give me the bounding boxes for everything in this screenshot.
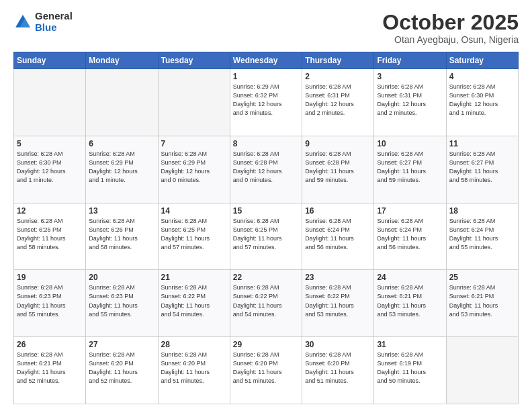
table-row: 13Sunrise: 6:28 AM Sunset: 6:26 PM Dayli… — [86, 203, 158, 270]
day-number: 31 — [377, 340, 443, 349]
table-row: 24Sunrise: 6:28 AM Sunset: 6:21 PM Dayli… — [374, 270, 446, 337]
day-number: 16 — [305, 206, 371, 216]
table-row: 21Sunrise: 6:28 AM Sunset: 6:22 PM Dayli… — [158, 270, 230, 337]
col-tuesday: Tuesday — [158, 52, 230, 69]
table-row: 9Sunrise: 6:28 AM Sunset: 6:28 PM Daylig… — [302, 136, 374, 203]
day-number: 3 — [377, 72, 443, 81]
table-row: 2Sunrise: 6:28 AM Sunset: 6:31 PM Daylig… — [302, 69, 374, 136]
day-number: 6 — [89, 139, 154, 148]
day-info: Sunrise: 6:29 AM Sunset: 6:32 PM Dayligh… — [233, 83, 299, 118]
day-info: Sunrise: 6:28 AM Sunset: 6:23 PM Dayligh… — [89, 283, 154, 318]
weekday-header-row: Sunday Monday Tuesday Wednesday Thursday… — [14, 52, 519, 69]
table-row: 14Sunrise: 6:28 AM Sunset: 6:25 PM Dayli… — [158, 203, 230, 270]
week-row-3: 19Sunrise: 6:28 AM Sunset: 6:23 PM Dayli… — [14, 270, 519, 337]
table-row: 29Sunrise: 6:28 AM Sunset: 6:20 PM Dayli… — [230, 337, 302, 404]
title-block: October 2025 Otan Ayegbaju, Osun, Nigeri… — [382, 11, 519, 45]
table-row: 4Sunrise: 6:28 AM Sunset: 6:30 PM Daylig… — [446, 69, 518, 136]
table-row: 19Sunrise: 6:28 AM Sunset: 6:23 PM Dayli… — [14, 270, 86, 337]
day-info: Sunrise: 6:28 AM Sunset: 6:24 PM Dayligh… — [377, 217, 443, 252]
day-info: Sunrise: 6:28 AM Sunset: 6:25 PM Dayligh… — [161, 217, 227, 252]
day-info: Sunrise: 6:28 AM Sunset: 6:20 PM Dayligh… — [233, 351, 299, 385]
day-info: Sunrise: 6:28 AM Sunset: 6:29 PM Dayligh… — [89, 150, 154, 185]
logo-icon — [13, 13, 32, 32]
table-row: 10Sunrise: 6:28 AM Sunset: 6:27 PM Dayli… — [374, 136, 446, 203]
day-number: 17 — [377, 206, 443, 216]
day-number: 5 — [17, 139, 83, 148]
day-info: Sunrise: 6:28 AM Sunset: 6:22 PM Dayligh… — [233, 283, 299, 318]
day-number: 1 — [233, 72, 299, 81]
day-number: 19 — [17, 273, 83, 282]
day-info: Sunrise: 6:28 AM Sunset: 6:20 PM Dayligh… — [305, 351, 371, 385]
table-row: 18Sunrise: 6:28 AM Sunset: 6:24 PM Dayli… — [446, 203, 518, 270]
day-number: 23 — [305, 273, 371, 282]
table-row: 15Sunrise: 6:28 AM Sunset: 6:25 PM Dayli… — [230, 203, 302, 270]
calendar-table: Sunday Monday Tuesday Wednesday Thursday… — [13, 52, 519, 404]
day-info: Sunrise: 6:28 AM Sunset: 6:22 PM Dayligh… — [161, 283, 227, 318]
day-info: Sunrise: 6:28 AM Sunset: 6:19 PM Dayligh… — [377, 351, 443, 385]
col-saturday: Saturday — [446, 52, 518, 69]
logo-general-text: General — [35, 11, 73, 22]
table-row: 25Sunrise: 6:28 AM Sunset: 6:21 PM Dayli… — [446, 270, 518, 337]
table-row: 27Sunrise: 6:28 AM Sunset: 6:20 PM Dayli… — [86, 337, 158, 404]
logo-text: General Blue — [35, 11, 73, 33]
table-row: 17Sunrise: 6:28 AM Sunset: 6:24 PM Dayli… — [374, 203, 446, 270]
day-info: Sunrise: 6:28 AM Sunset: 6:26 PM Dayligh… — [17, 217, 83, 252]
day-info: Sunrise: 6:28 AM Sunset: 6:23 PM Dayligh… — [17, 283, 83, 318]
day-number: 30 — [305, 340, 371, 349]
table-row: 6Sunrise: 6:28 AM Sunset: 6:29 PM Daylig… — [86, 136, 158, 203]
table-row — [14, 69, 86, 136]
day-info: Sunrise: 6:28 AM Sunset: 6:21 PM Dayligh… — [377, 283, 443, 318]
day-number: 13 — [89, 206, 154, 216]
day-number: 21 — [161, 273, 227, 282]
col-friday: Friday — [374, 52, 446, 69]
day-number: 29 — [233, 340, 299, 349]
header: General Blue October 2025 Otan Ayegbaju,… — [13, 11, 519, 45]
day-number: 12 — [17, 206, 83, 216]
table-row — [86, 69, 158, 136]
col-monday: Monday — [86, 52, 158, 69]
day-number: 25 — [449, 273, 515, 282]
table-row: 30Sunrise: 6:28 AM Sunset: 6:20 PM Dayli… — [302, 337, 374, 404]
day-info: Sunrise: 6:28 AM Sunset: 6:26 PM Dayligh… — [89, 217, 154, 252]
day-number: 20 — [89, 273, 154, 282]
day-number: 4 — [449, 72, 515, 81]
table-row: 1Sunrise: 6:29 AM Sunset: 6:32 PM Daylig… — [230, 69, 302, 136]
day-info: Sunrise: 6:28 AM Sunset: 6:31 PM Dayligh… — [305, 83, 371, 118]
day-info: Sunrise: 6:28 AM Sunset: 6:30 PM Dayligh… — [449, 83, 515, 118]
day-info: Sunrise: 6:28 AM Sunset: 6:30 PM Dayligh… — [17, 150, 83, 185]
day-number: 28 — [161, 340, 227, 349]
day-info: Sunrise: 6:28 AM Sunset: 6:22 PM Dayligh… — [305, 283, 371, 318]
week-row-0: 1Sunrise: 6:29 AM Sunset: 6:32 PM Daylig… — [14, 69, 519, 136]
table-row: 12Sunrise: 6:28 AM Sunset: 6:26 PM Dayli… — [14, 203, 86, 270]
day-number: 11 — [449, 139, 515, 148]
table-row: 28Sunrise: 6:28 AM Sunset: 6:20 PM Dayli… — [158, 337, 230, 404]
table-row: 22Sunrise: 6:28 AM Sunset: 6:22 PM Dayli… — [230, 270, 302, 337]
page: General Blue October 2025 Otan Ayegbaju,… — [0, 0, 532, 411]
day-number: 27 — [89, 340, 154, 349]
col-sunday: Sunday — [14, 52, 86, 69]
table-row — [158, 69, 230, 136]
day-number: 2 — [305, 72, 371, 81]
logo: General Blue — [13, 11, 73, 33]
table-row: 11Sunrise: 6:28 AM Sunset: 6:27 PM Dayli… — [446, 136, 518, 203]
day-number: 14 — [161, 206, 227, 216]
table-row: 26Sunrise: 6:28 AM Sunset: 6:21 PM Dayli… — [14, 337, 86, 404]
day-info: Sunrise: 6:28 AM Sunset: 6:28 PM Dayligh… — [305, 150, 371, 185]
day-info: Sunrise: 6:28 AM Sunset: 6:28 PM Dayligh… — [233, 150, 299, 185]
table-row: 5Sunrise: 6:28 AM Sunset: 6:30 PM Daylig… — [14, 136, 86, 203]
table-row: 8Sunrise: 6:28 AM Sunset: 6:28 PM Daylig… — [230, 136, 302, 203]
month-title: October 2025 — [382, 11, 519, 34]
day-number: 15 — [233, 206, 299, 216]
day-number: 24 — [377, 273, 443, 282]
day-info: Sunrise: 6:28 AM Sunset: 6:27 PM Dayligh… — [377, 150, 443, 185]
table-row: 31Sunrise: 6:28 AM Sunset: 6:19 PM Dayli… — [374, 337, 446, 404]
day-info: Sunrise: 6:28 AM Sunset: 6:24 PM Dayligh… — [449, 217, 515, 252]
day-number: 18 — [449, 206, 515, 216]
day-number: 7 — [161, 139, 227, 148]
day-number: 9 — [305, 139, 371, 148]
day-number: 26 — [17, 340, 83, 349]
day-number: 22 — [233, 273, 299, 282]
table-row — [446, 337, 518, 404]
day-info: Sunrise: 6:28 AM Sunset: 6:21 PM Dayligh… — [449, 283, 515, 318]
table-row: 16Sunrise: 6:28 AM Sunset: 6:24 PM Dayli… — [302, 203, 374, 270]
